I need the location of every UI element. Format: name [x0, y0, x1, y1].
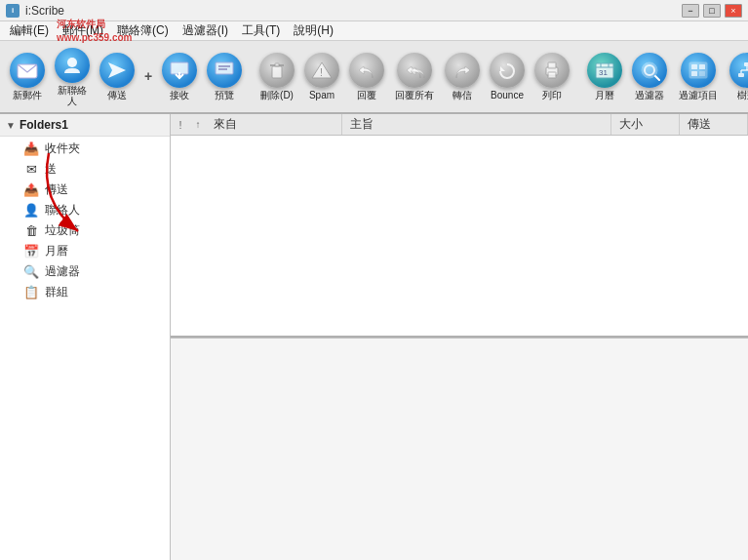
svg-rect-29 [699, 71, 705, 76]
new-contact-label: 新聯絡人 [55, 85, 90, 106]
plus-button[interactable]: + [140, 44, 156, 110]
email-list-header: ! ↑ 來自 主旨 大小 傳送 [171, 114, 748, 136]
print-button[interactable]: 列印 [531, 44, 573, 110]
new-mail-label: 新郵件 [13, 90, 42, 100]
new-mail-button[interactable]: 新郵件 [6, 44, 49, 110]
delete-button[interactable]: 刪除(D) [256, 44, 298, 110]
inbox-label: 收件夾 [45, 140, 80, 157]
filter-items-icon [681, 53, 716, 88]
send-button[interactable]: 傳送 [96, 44, 138, 110]
contacts-icon: 👤 [23, 205, 39, 217]
svg-rect-30 [744, 62, 748, 66]
spam-label: Spam [309, 90, 335, 100]
new-contact-button[interactable]: 新聯絡人 [51, 44, 94, 110]
app-title: i:Scribe [25, 4, 64, 18]
sidebar-item-contacts[interactable]: 👤 聯絡人 [0, 200, 170, 220]
sidebar: ▼ Folders1 📥 收件夾 ✉ 送 📤 傳送 👤 聯絡人 🗑 垃圾 [0, 114, 171, 560]
inbox-icon: 📥 [23, 143, 39, 155]
tree-expand-icon[interactable]: ▼ [6, 120, 16, 131]
forward-button[interactable]: 轉信 [441, 44, 484, 110]
col-flag: ↑ [190, 119, 206, 130]
title-bar: i i:Scribe − □ × [0, 0, 748, 21]
title-bar-controls: − □ × [682, 4, 742, 18]
title-bar-left: i i:Scribe [6, 4, 64, 18]
filter-folder-icon: 🔍 [23, 266, 39, 278]
new-contact-icon [55, 48, 90, 83]
groups-icon: 📋 [23, 287, 39, 299]
filter-button[interactable]: 過濾器 [628, 44, 671, 110]
filter-items-button[interactable]: 過濾項目 [673, 44, 724, 110]
maximize-button[interactable]: □ [703, 4, 721, 18]
calendar-button[interactable]: 31 月曆 [583, 44, 626, 110]
menu-tools[interactable]: 工具(T) [236, 20, 286, 41]
sidebar-item-inbox[interactable]: 📥 收件夾 [0, 139, 170, 159]
print-icon [534, 53, 570, 88]
toolbar: 新郵件 新聯絡人 傳送 + 接收 預覽 刪除(D) [0, 41, 748, 114]
outbox-label: 傳送 [45, 181, 68, 198]
svg-rect-28 [691, 71, 697, 76]
svg-text:!: ! [320, 67, 323, 78]
col-subject[interactable]: 主旨 [342, 114, 611, 135]
calendar-icon: 31 [587, 53, 622, 88]
reply-all-button[interactable]: 回覆所有 [390, 44, 439, 110]
close-button[interactable]: × [725, 4, 742, 18]
groups-label: 群組 [45, 284, 68, 300]
filter-icon [632, 53, 667, 88]
menu-mail[interactable]: 郵件(M) [57, 20, 109, 41]
bounce-button[interactable]: Bounce [486, 44, 529, 110]
menu-help[interactable]: 說明(H) [288, 20, 339, 41]
svg-text:31: 31 [599, 68, 608, 77]
sidebar-item-trash[interactable]: 🗑 垃圾筒 [0, 220, 170, 241]
menu-contacts[interactable]: 聯絡簿(C) [111, 20, 175, 41]
plus-label: + [144, 69, 152, 84]
svg-rect-5 [216, 62, 233, 74]
print-label: 列印 [542, 90, 562, 100]
forward-icon [445, 53, 480, 88]
send-folder-icon: ✉ [23, 164, 39, 176]
receive-button[interactable]: 接收 [158, 44, 201, 110]
main-area: ▼ Folders1 📥 收件夾 ✉ 送 📤 傳送 👤 聯絡人 🗑 垃圾 [0, 114, 748, 560]
menu-edit[interactable]: 編輯(E) [4, 20, 55, 41]
svg-rect-8 [272, 66, 282, 78]
minimize-button[interactable]: − [682, 4, 699, 18]
sidebar-item-send[interactable]: ✉ 送 [0, 159, 170, 180]
right-panel: ! ↑ 來自 主旨 大小 傳送 [171, 114, 748, 560]
folder-list: 📥 收件夾 ✉ 送 📤 傳送 👤 聯絡人 🗑 垃圾筒 📅 月曆 [0, 137, 170, 304]
svg-point-1 [67, 58, 77, 67]
sidebar-header: ▼ Folders1 [0, 114, 170, 137]
spam-button[interactable]: ! Spam [300, 44, 343, 110]
filter-folder-label: 過濾器 [45, 263, 80, 280]
col-status: ! [171, 119, 190, 131]
preview-button[interactable]: 預覽 [203, 44, 246, 110]
preview-pane [171, 338, 748, 561]
tree-button[interactable]: 樹狀 [726, 44, 748, 110]
sidebar-item-outbox[interactable]: 📤 傳送 [0, 180, 170, 200]
preview-label: 預覽 [215, 90, 234, 100]
sidebar-item-calendar[interactable]: 📅 月曆 [0, 241, 170, 261]
send-label: 傳送 [107, 90, 127, 100]
new-mail-icon [10, 53, 45, 88]
reply-label: 回覆 [357, 90, 376, 100]
bounce-label: Bounce [491, 90, 524, 100]
contacts-label: 聯絡人 [45, 202, 80, 219]
delete-label: 刪除(D) [260, 90, 294, 100]
reply-button[interactable]: 回覆 [345, 44, 388, 110]
col-size[interactable]: 大小 [611, 114, 680, 135]
menu-bar: 編輯(E) 郵件(M) 聯絡簿(C) 過濾器(I) 工具(T) 說明(H) [0, 21, 748, 41]
menu-filter[interactable]: 過濾器(I) [177, 20, 234, 41]
calendar-folder-icon: 📅 [23, 246, 39, 258]
col-sender[interactable]: 來自 [206, 114, 342, 135]
sidebar-item-filter[interactable]: 🔍 過濾器 [0, 261, 170, 282]
outbox-icon: 📤 [23, 184, 39, 196]
svg-rect-16 [548, 72, 556, 78]
delete-icon [259, 53, 295, 88]
svg-rect-15 [548, 62, 556, 68]
svg-marker-2 [108, 62, 126, 78]
filter-label: 過濾器 [635, 90, 664, 100]
col-sent[interactable]: 傳送 [680, 114, 748, 135]
app-icon: i [6, 4, 20, 18]
sidebar-item-groups[interactable]: 📋 群組 [0, 282, 170, 302]
email-list-area: ! ↑ 來自 主旨 大小 傳送 [171, 114, 748, 338]
svg-rect-31 [738, 73, 744, 77]
tree-icon [729, 53, 748, 88]
